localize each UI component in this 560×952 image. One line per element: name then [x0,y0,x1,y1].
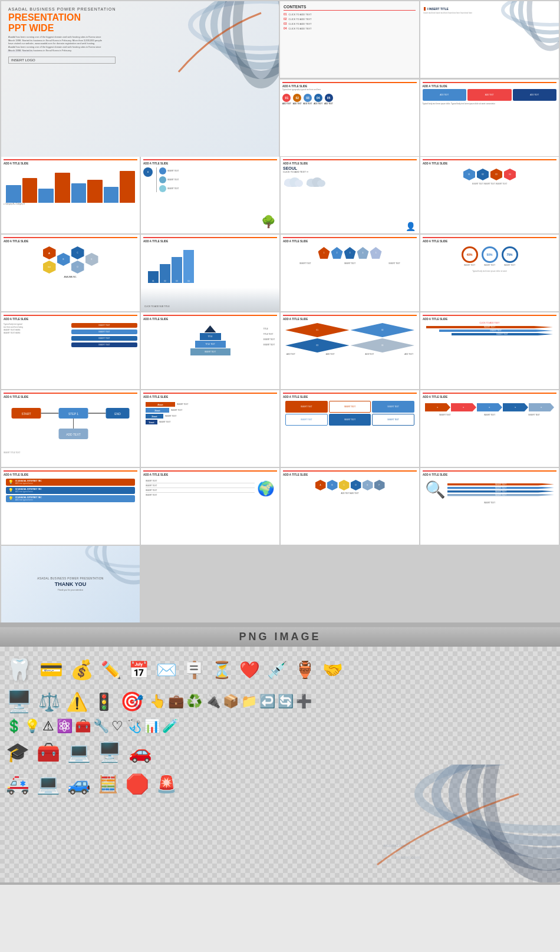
slide-10-label: ANAJMA INC. [4,276,137,278]
icon-dollar: 💰 [70,658,94,681]
icon-car: 🚗 [129,741,152,763]
icon-stethoscope: 🩺 [126,719,141,734]
slide-23-title: ADD A TITLE SLIDE [143,473,277,476]
icon-calculator: 🧮 [98,775,118,794]
icon-dollar-bag: 💲 [6,719,22,734]
slide-4-body: Typical text typography typical text her… [282,89,417,91]
slide-bar-chart[interactable]: ADD A TITLE SLIDE ● Category A ● Categor… [1,157,140,233]
thankyou-brand: ASADAL BUSINESS POWER PRESENTATION [37,577,103,580]
icon-server: 🖥️ [6,689,32,714]
icon-molecule: ⚛️ [57,719,73,734]
slide-insert-rows[interactable]: ADD A TITLE SLIDE Typical body text typi… [1,312,140,389]
slide-magnify[interactable]: ADD A TITLE SLIDE 🔍 INSERT TEXT INSERT T… [420,468,559,545]
slide-14-title: ADD A TITLE SLIDE [4,318,137,321]
svg-text:asadal.com: asadal.com [383,843,409,848]
svg-point-16 [317,180,325,187]
slide-13-title: ADD A TITLE SLIDE [423,240,556,243]
slide-16-title: ADD A TITLE SLIDE [283,318,417,321]
slide-insert-title[interactable]: I INSERT TITLE Insert text here Insert t… [420,1,559,78]
svg-point-7 [521,1,559,41]
icon-laptop: 🖥️ [98,741,121,763]
icon-pencil: ✏️ [101,660,121,680]
svg-text:END: END [114,412,121,416]
slide-arrow-path[interactable]: ADD A TITLE SLIDE ➤ ➤ ➤ ➤ ➤ INSERT TEXT … [420,390,559,467]
svg-text:STEP 1: STEP 1 [68,412,78,416]
icon-monitor-screen: 💻 [67,741,91,763]
slide-24-title: ADD A TITLE SLIDE [283,473,417,476]
slide-18-footer: INSERT TITLE TEXT [4,452,137,454]
icon-hourglass: ⏳ [212,660,232,680]
svg-text:START: START [22,412,31,416]
icon-tool: 🔧 [93,719,109,734]
slide-circle-pcts[interactable]: ADD A TITLE SLIDE 40% INSERT TEXT 50% IN… [420,235,559,311]
slide-22-title: ADD A TITLE SLIDE [4,473,137,476]
slide-11-title: ADD A TITLE SLIDE [143,240,277,243]
icon-warning-person: ⚠️ [66,691,88,712]
slide-8-title: ADD A TITLE SLIDE [283,162,417,165]
slide-hexagons-blue[interactable]: ADD A TITLE SLIDE 01 02 03 04 INSERT TEX… [420,157,559,233]
icon-envelope: ✉️ [156,660,177,680]
png-section-title: PNG IMAGE [0,627,560,647]
slide-contents[interactable]: CONTENTS 01CLICK TO ADD TEXT 02CLICK TO … [280,1,419,78]
slide-tree-diagram[interactable]: ADD A TITLE SLIDE A INSERT TEXT INSERT T… [141,157,279,233]
icon-jar: 🏺 [295,660,315,680]
slide-earth-diagram[interactable]: ADD A TITLE SLIDE INSERT TEXT INSERT TEX… [141,468,279,545]
icon-stop-sign: 🛑 [126,773,149,795]
slide-7-title: ADD A TITLE SLIDE [143,162,277,165]
icon-syringe: 💉 [267,660,288,680]
slide-staircase-steps[interactable]: ADD A TITLE SLIDE 4text INSERT TEXT 3tex… [141,390,279,467]
icon-bars: 📊 [144,719,160,734]
slide-image-blocks[interactable]: ADD A TITLE SLIDE ADD TEXT ADD TEXT ADD … [420,80,559,156]
slide-25-footer: INSERT TEXT [423,502,556,504]
svg-text:ADD TEXT: ADD TEXT [66,433,81,436]
svg-text:asadal.com: asadal.com [395,855,421,860]
slide-21-title: ADD A TITLE SLIDE [423,396,556,398]
icon-signpost: 🪧 [184,660,205,680]
icon-laptop-display: 💻 [37,773,60,795]
slide-19-title: ADD A TITLE SLIDE [143,396,277,398]
png-section: PNG IMAGE 🦷 💳 💰 ✏️ 📅 ✉️ 🪧 [0,622,560,885]
hero-title: PRESENTATIONPPT WIDE [8,12,116,33]
slide-13-body: Typical body text lorem ipsum dolor sit … [423,270,556,272]
slide-9-title: ADD A TITLE SLIDE [423,162,556,165]
slide-5-title: ADD A TITLE SLIDE [423,85,557,88]
slide-25-title: ADD A TITLE SLIDE [423,473,556,476]
slide-staircase-city[interactable]: ADD A TITLE SLIDE 01 02 03 04 CLICK TO A… [141,235,279,311]
icon-flask: 🧪 [162,719,178,734]
slide-arrows-pentagon[interactable]: ADD A TITLE SLIDE 1 2 3 4 5 INSERT TEXT … [281,235,419,311]
slide-pyramid[interactable]: ADD A TITLE SLIDE TITLE TITLE TEXT INSER… [141,312,279,389]
slide-thankyou[interactable]: ASADAL BUSINESS POWER PRESENTATION THANK… [1,546,140,622]
slide-18-title: ADD A TITLE SLIDE [4,396,137,398]
png-icons-area: 🦷 💳 💰 ✏️ 📅 ✉️ 🪧 ⏳ ❤️ [0,647,560,882]
icon-businessmen: 🤝 [322,660,343,680]
icon-scales: ⚖️ [38,691,60,712]
thankyou-title: THANK YOU [37,581,103,587]
slide-square-grid[interactable]: ADD A TITLE SLIDE INSERT TEXT INSERT TEX… [281,390,419,467]
icon-target: 🎯 [120,690,144,713]
thankyou-sub: Thank you for your attention [37,589,103,591]
bottom-curved-graphic: asadal.com asadal.com [371,765,560,882]
slide-9-body: INSERT TEXT INSERT TEXT INSERT TEXT [423,183,556,185]
contents-item-3: 03CLICK TO ADD TEXT [284,22,416,25]
slide-flow-lines[interactable]: ADD A TITLE SLIDE START STEP 1 END ADD T… [1,390,140,467]
icon-graduation: 🎓 [6,741,29,763]
slide-hexagons-orange[interactable]: ADD A TITLE SLIDE A text B C D E ANAJMA … [1,235,140,311]
icon-heartbeat: ❤️ [239,660,260,680]
icon-triangle-warning: ⚠ [42,719,54,734]
icon-outline-row: 👆 💼 ♻️ 🔌 📦 📁 ↩️ 🔄 ➕ [150,694,312,709]
icon-lightbulb: 💡 [24,719,40,734]
slide-cloud-seoul[interactable]: ADD A TITLE SLIDE SEOUL CLICK TO ADD TEX… [281,157,419,233]
slide-list-icons[interactable]: ADD A TITLE SLIDE 💡 01 ASADAL INTERNET I… [1,468,140,545]
icon-traffic-light: 🚦 [94,692,114,711]
slide-numbered-steps[interactable]: ADD A TITLE SLIDE Typical text typograph… [280,80,419,156]
slide-4-title: ADD A TITLE SLIDE [282,85,417,88]
contents-item-4: 04CLICK TO ADD TEXT [284,27,416,30]
slide-12-title: ADD A TITLE SLIDE [283,240,417,243]
slide-17-title: ADD A TITLE SLIDE [423,318,556,321]
icon-heart-outline: ♡ [111,719,123,734]
slide-hero[interactable]: ASADAL BUSINESS POWER PRESENTATION PRESE… [1,1,279,157]
slide-diamond-grid[interactable]: ADD A TITLE SLIDE 01 02 03 04 ADD TEXT A… [281,312,419,389]
slide-arrows-large[interactable]: ADD A TITLE SLIDE CLICK TO ADD TEXT INSE… [420,312,559,389]
hero-logo: INSERT LOGO [8,57,116,64]
slide-hexagons-multi[interactable]: ADD A TITLE SLIDE A B C D E F ADD TEXT A… [281,468,419,545]
